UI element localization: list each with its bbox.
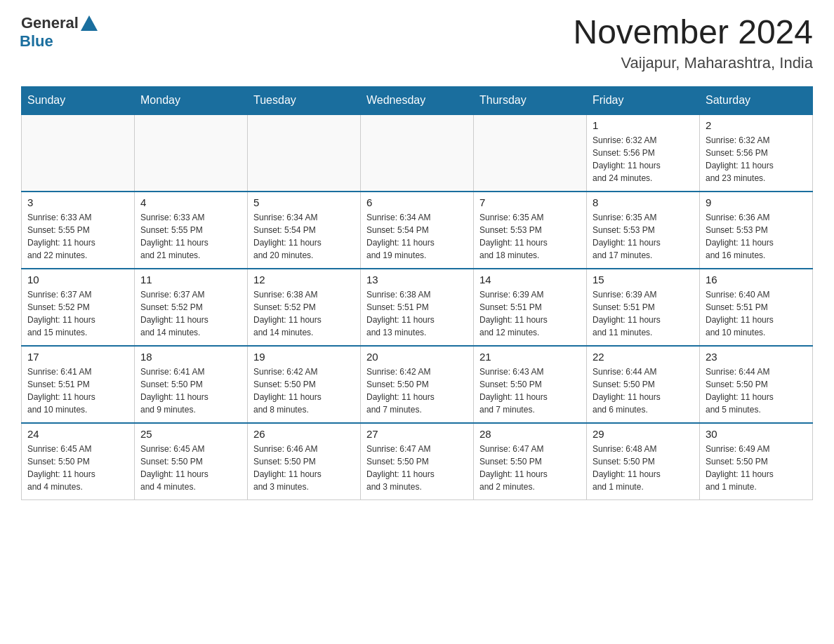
day-number: 24 [27, 428, 128, 440]
day-number: 27 [366, 428, 468, 440]
day-number: 11 [140, 274, 241, 286]
calendar-cell: 8Sunrise: 6:35 AMSunset: 5:53 PMDaylight… [587, 192, 700, 269]
calendar-cell [135, 114, 248, 192]
calendar-cell [474, 114, 587, 192]
day-info: Sunrise: 6:39 AMSunset: 5:51 PMDaylight:… [593, 288, 694, 339]
calendar-cell: 3Sunrise: 6:33 AMSunset: 5:55 PMDaylight… [22, 192, 135, 269]
day-number: 2 [706, 119, 807, 131]
day-info: Sunrise: 6:46 AMSunset: 5:50 PMDaylight:… [253, 443, 355, 493]
day-info: Sunrise: 6:44 AMSunset: 5:50 PMDaylight:… [593, 365, 694, 416]
day-info: Sunrise: 6:41 AMSunset: 5:50 PMDaylight:… [140, 365, 241, 416]
day-number: 13 [366, 274, 468, 286]
day-number: 25 [140, 428, 241, 440]
day-number: 26 [253, 428, 355, 440]
day-number: 19 [253, 351, 355, 363]
day-number: 10 [27, 274, 128, 286]
logo: General Blue [21, 14, 98, 51]
day-info: Sunrise: 6:34 AMSunset: 5:54 PMDaylight:… [366, 211, 468, 262]
calendar-cell: 13Sunrise: 6:38 AMSunset: 5:51 PMDayligh… [361, 269, 474, 346]
calendar-cell: 23Sunrise: 6:44 AMSunset: 5:50 PMDayligh… [700, 346, 813, 423]
day-info: Sunrise: 6:47 AMSunset: 5:50 PMDaylight:… [479, 443, 581, 493]
week-row-1: 1Sunrise: 6:32 AMSunset: 5:56 PMDaylight… [22, 114, 813, 192]
day-info: Sunrise: 6:42 AMSunset: 5:50 PMDaylight:… [253, 365, 355, 416]
day-info: Sunrise: 6:48 AMSunset: 5:50 PMDaylight:… [593, 443, 694, 493]
day-info: Sunrise: 6:49 AMSunset: 5:50 PMDaylight:… [706, 443, 807, 493]
day-number: 22 [593, 351, 694, 363]
weekday-header-wednesday: Wednesday [361, 86, 474, 114]
calendar-cell: 14Sunrise: 6:39 AMSunset: 5:51 PMDayligh… [474, 269, 587, 346]
weekday-header-thursday: Thursday [474, 86, 587, 114]
weekday-header-friday: Friday [587, 86, 700, 114]
day-info: Sunrise: 6:35 AMSunset: 5:53 PMDaylight:… [479, 211, 581, 262]
logo-general-text: General [21, 14, 79, 32]
day-info: Sunrise: 6:36 AMSunset: 5:53 PMDaylight:… [706, 211, 807, 262]
calendar-cell: 24Sunrise: 6:45 AMSunset: 5:50 PMDayligh… [22, 423, 135, 500]
calendar-cell: 26Sunrise: 6:46 AMSunset: 5:50 PMDayligh… [248, 423, 361, 500]
week-row-5: 24Sunrise: 6:45 AMSunset: 5:50 PMDayligh… [22, 423, 813, 500]
week-row-4: 17Sunrise: 6:41 AMSunset: 5:51 PMDayligh… [22, 346, 813, 423]
calendar-cell: 20Sunrise: 6:42 AMSunset: 5:50 PMDayligh… [361, 346, 474, 423]
week-row-2: 3Sunrise: 6:33 AMSunset: 5:55 PMDaylight… [22, 192, 813, 269]
day-number: 8 [593, 196, 694, 208]
calendar-cell: 29Sunrise: 6:48 AMSunset: 5:50 PMDayligh… [587, 423, 700, 500]
month-title: November 2024 [573, 14, 813, 51]
calendar-cell: 6Sunrise: 6:34 AMSunset: 5:54 PMDaylight… [361, 192, 474, 269]
day-number: 20 [366, 351, 468, 363]
calendar-cell: 9Sunrise: 6:36 AMSunset: 5:53 PMDaylight… [700, 192, 813, 269]
calendar-cell: 4Sunrise: 6:33 AMSunset: 5:55 PMDaylight… [135, 192, 248, 269]
day-info: Sunrise: 6:42 AMSunset: 5:50 PMDaylight:… [366, 365, 468, 416]
day-number: 15 [593, 274, 694, 286]
day-info: Sunrise: 6:38 AMSunset: 5:51 PMDaylight:… [366, 288, 468, 339]
day-info: Sunrise: 6:33 AMSunset: 5:55 PMDaylight:… [140, 211, 241, 262]
day-number: 6 [366, 196, 468, 208]
calendar-cell: 15Sunrise: 6:39 AMSunset: 5:51 PMDayligh… [587, 269, 700, 346]
calendar-cell: 25Sunrise: 6:45 AMSunset: 5:50 PMDayligh… [135, 423, 248, 500]
calendar-cell: 7Sunrise: 6:35 AMSunset: 5:53 PMDaylight… [474, 192, 587, 269]
title-section: November 2024 Vaijapur, Maharashtra, Ind… [573, 14, 813, 72]
day-number: 17 [27, 351, 128, 363]
calendar-cell: 5Sunrise: 6:34 AMSunset: 5:54 PMDaylight… [248, 192, 361, 269]
day-number: 12 [253, 274, 355, 286]
weekday-header-row: SundayMondayTuesdayWednesdayThursdayFrid… [22, 86, 813, 114]
day-info: Sunrise: 6:37 AMSunset: 5:52 PMDaylight:… [27, 288, 128, 339]
day-number: 28 [479, 428, 581, 440]
day-number: 1 [593, 119, 694, 131]
weekday-header-tuesday: Tuesday [248, 86, 361, 114]
day-info: Sunrise: 6:35 AMSunset: 5:53 PMDaylight:… [593, 211, 694, 262]
day-number: 9 [706, 196, 807, 208]
day-number: 16 [706, 274, 807, 286]
day-number: 7 [479, 196, 581, 208]
day-info: Sunrise: 6:45 AMSunset: 5:50 PMDaylight:… [27, 443, 128, 493]
day-info: Sunrise: 6:41 AMSunset: 5:51 PMDaylight:… [27, 365, 128, 416]
day-info: Sunrise: 6:34 AMSunset: 5:54 PMDaylight:… [253, 211, 355, 262]
calendar-cell: 27Sunrise: 6:47 AMSunset: 5:50 PMDayligh… [361, 423, 474, 500]
day-info: Sunrise: 6:33 AMSunset: 5:55 PMDaylight:… [27, 211, 128, 262]
day-number: 14 [479, 274, 581, 286]
day-number: 5 [253, 196, 355, 208]
day-number: 21 [479, 351, 581, 363]
calendar-body: 1Sunrise: 6:32 AMSunset: 5:56 PMDaylight… [22, 114, 813, 500]
day-number: 29 [593, 428, 694, 440]
calendar-cell: 17Sunrise: 6:41 AMSunset: 5:51 PMDayligh… [22, 346, 135, 423]
day-info: Sunrise: 6:43 AMSunset: 5:50 PMDaylight:… [479, 365, 581, 416]
location-text: Vaijapur, Maharashtra, India [573, 54, 813, 72]
calendar-cell [361, 114, 474, 192]
calendar-cell: 21Sunrise: 6:43 AMSunset: 5:50 PMDayligh… [474, 346, 587, 423]
day-number: 3 [27, 196, 128, 208]
day-number: 4 [140, 196, 241, 208]
calendar-table: SundayMondayTuesdayWednesdayThursdayFrid… [21, 86, 813, 501]
day-number: 23 [706, 351, 807, 363]
weekday-header-monday: Monday [135, 86, 248, 114]
logo-blue-text: Blue [20, 32, 53, 51]
calendar-cell: 1Sunrise: 6:32 AMSunset: 5:56 PMDaylight… [587, 114, 700, 192]
day-info: Sunrise: 6:47 AMSunset: 5:50 PMDaylight:… [366, 443, 468, 493]
calendar-cell: 22Sunrise: 6:44 AMSunset: 5:50 PMDayligh… [587, 346, 700, 423]
weekday-header-sunday: Sunday [22, 86, 135, 114]
calendar-cell: 2Sunrise: 6:32 AMSunset: 5:56 PMDaylight… [700, 114, 813, 192]
calendar-cell [248, 114, 361, 192]
calendar-cell [22, 114, 135, 192]
calendar-cell: 16Sunrise: 6:40 AMSunset: 5:51 PMDayligh… [700, 269, 813, 346]
calendar-cell: 12Sunrise: 6:38 AMSunset: 5:52 PMDayligh… [248, 269, 361, 346]
day-info: Sunrise: 6:32 AMSunset: 5:56 PMDaylight:… [706, 134, 807, 185]
calendar-cell: 18Sunrise: 6:41 AMSunset: 5:50 PMDayligh… [135, 346, 248, 423]
